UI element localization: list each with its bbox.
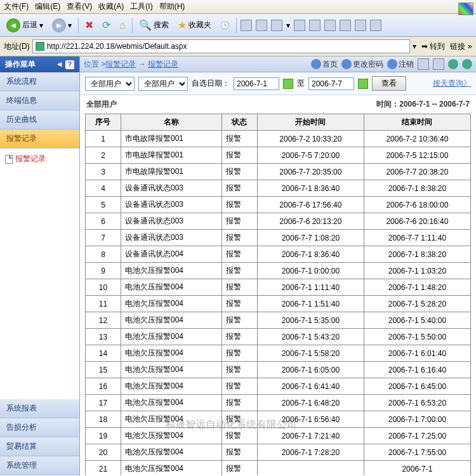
table-cell: 2006-7-1 5:40:00 (364, 312, 470, 329)
refresh-icon[interactable]: ⟳ (100, 18, 113, 32)
table-cell: 11 (86, 296, 121, 312)
table-cell: 19 (86, 428, 121, 444)
help-icon[interactable]: ? (65, 60, 74, 69)
table-cell: 报警 (221, 395, 257, 411)
nav-next-icon[interactable] (462, 59, 472, 69)
table-cell: 设备通讯状态003 (121, 180, 221, 197)
breadcrumb-link[interactable]: 报警记录 (105, 60, 136, 69)
menu-item[interactable]: 文件(F) (4, 1, 29, 12)
table-cell: 7 (86, 230, 121, 246)
toolbar-icon[interactable] (340, 20, 351, 31)
chevron-left-icon[interactable]: ◄ (56, 60, 63, 69)
table-cell: 2006-7-2 10:36:40 (364, 131, 470, 147)
toolbar-icon[interactable] (271, 20, 282, 31)
table-cell: 2006-7-2 10:33:20 (257, 131, 364, 147)
sidebar-sub-item[interactable]: 报警记录 (4, 151, 76, 167)
menu-item[interactable]: 收藏(A) (98, 1, 124, 12)
table-cell: 2006-7-1 (364, 461, 470, 476)
sidebar-item[interactable]: 报警记录 (0, 129, 79, 149)
table-cell: 电池欠压报警004 (121, 329, 221, 345)
table-cell: 12 (86, 312, 121, 329)
forward-icon: ► (52, 18, 66, 32)
change-password-button[interactable]: 更改密码 (341, 59, 383, 70)
history-icon[interactable]: 🕓 (218, 20, 232, 31)
sidebar-item[interactable]: 终端信息 (0, 91, 79, 110)
table-cell: 2006-7-1 1:03:20 (364, 263, 470, 279)
table-cell: 9 (86, 263, 121, 279)
key-icon (341, 59, 352, 69)
sidebar-item[interactable]: 告损分析 (0, 418, 79, 437)
table-cell: 13 (86, 329, 121, 345)
favorites-button[interactable]: ★收藏夹 (175, 18, 214, 32)
table-cell: 报警 (221, 230, 257, 246)
breadcrumb-link[interactable]: 报警记录 (148, 60, 178, 69)
stop-icon[interactable]: ✖ (83, 18, 96, 32)
home-button[interactable]: 首页 (311, 59, 338, 70)
table-caption-row: 全部用户 时间：2006-7-1 -- 2006-7-7 (80, 95, 476, 114)
table-cell: 报警 (221, 296, 257, 312)
toolbar-icon[interactable] (355, 20, 366, 31)
menu-item[interactable]: 查看(V) (67, 1, 92, 12)
sidebar: 操作菜单 ◄ ? 系统流程终端信息历史曲线报警记录 报警记录 系统报表告损分析贸… (0, 56, 80, 475)
table-cell: 5 (86, 197, 121, 213)
query-by-day-link[interactable]: 按天查询》 (433, 78, 471, 89)
toolbar-icon[interactable] (294, 20, 305, 31)
links-label[interactable]: 链接 (450, 41, 465, 52)
forward-button[interactable]: ► ▾ (50, 17, 74, 34)
sidebar-item[interactable]: 系统流程 (0, 72, 79, 91)
menu-item[interactable]: 帮助(H) (159, 1, 185, 12)
table-time-range: 时间：2006-7-1 -- 2006-7-7 (376, 99, 470, 110)
toolbar-icon[interactable] (309, 20, 321, 31)
table-cell (257, 461, 364, 476)
date-from-input[interactable] (234, 77, 279, 90)
menu-item[interactable]: 编辑(E) (35, 1, 60, 12)
table-cell: 2 (86, 147, 121, 164)
table-cell: 市电故障报警001 (121, 131, 221, 147)
table-cell: 14 (86, 345, 121, 362)
table-cell: 2006-7-1 5:50:00 (364, 329, 470, 345)
table-cell: 2006-7-1 8:36:40 (257, 246, 364, 263)
sidebar-item[interactable]: 系统管理 (0, 456, 79, 475)
sidebar-item[interactable]: 历史曲线 (0, 110, 79, 129)
table-cell: 2006-7-1 5:35:00 (257, 312, 364, 329)
table-cell: 2006-7-1 5:28:20 (364, 296, 470, 312)
toolbar-icon[interactable] (418, 58, 429, 70)
calendar-icon[interactable] (358, 79, 368, 89)
table-row: 21电池欠压报警004报警2006-7-1 (86, 461, 471, 476)
view-button[interactable]: 查看 (372, 76, 406, 91)
table-cell: 报警 (221, 147, 257, 164)
table-cell: 电池欠压报警004 (121, 378, 221, 395)
sidebar-item[interactable]: 贸易结算 (0, 437, 79, 456)
table-cell: 8 (86, 246, 121, 263)
calendar-icon[interactable] (283, 79, 293, 89)
date-label: 自选日期： (192, 78, 230, 89)
go-button[interactable]: ➡ 转到 (419, 40, 447, 53)
table-cell: 报警 (221, 461, 257, 476)
toolbar-icon[interactable] (324, 20, 336, 31)
sidebar-subpanel: 报警记录 (0, 149, 79, 399)
back-button[interactable]: ◄后退 ▾ (4, 17, 46, 34)
url-field[interactable]: http://221.224.20.18/webmis/Default.aspx (32, 39, 411, 53)
table-row: 11电池欠压报警004报警2006-7-1 1:51:402006-7-1 5:… (86, 296, 471, 312)
date-to-input[interactable] (308, 77, 354, 90)
table-cell: 电池欠压报警004 (121, 312, 221, 329)
toolbar-icon[interactable] (433, 58, 444, 70)
table-cell: 2006-7-1 6:45:00 (364, 378, 470, 395)
sidebar-item[interactable]: 系统报表 (0, 399, 79, 418)
toolbar-icon[interactable] (370, 20, 381, 31)
menu-item[interactable]: 工具(I) (130, 1, 152, 12)
home-icon[interactable]: ⌂ (117, 18, 128, 32)
table-cell: 电池欠压报警004 (121, 279, 221, 296)
toolbar-icon[interactable] (256, 20, 267, 31)
table-cell: 2006-7-5 7:20:00 (257, 147, 364, 164)
table-cell: 报警 (221, 411, 257, 428)
nav-prev-icon[interactable] (448, 59, 458, 69)
user-select-1[interactable]: 全部用户 (85, 77, 135, 91)
user-select-2[interactable]: 全部用户 (138, 77, 188, 91)
toolbar-icon[interactable] (241, 20, 252, 31)
table-cell: 2006-7-1 6:05:00 (257, 362, 364, 378)
table-cell: 4 (86, 180, 121, 197)
logout-button[interactable]: 注销 (387, 59, 414, 70)
table-cell: 2006-7-7 20:35:00 (257, 164, 364, 180)
search-button[interactable]: 🔍搜索 (136, 18, 171, 32)
